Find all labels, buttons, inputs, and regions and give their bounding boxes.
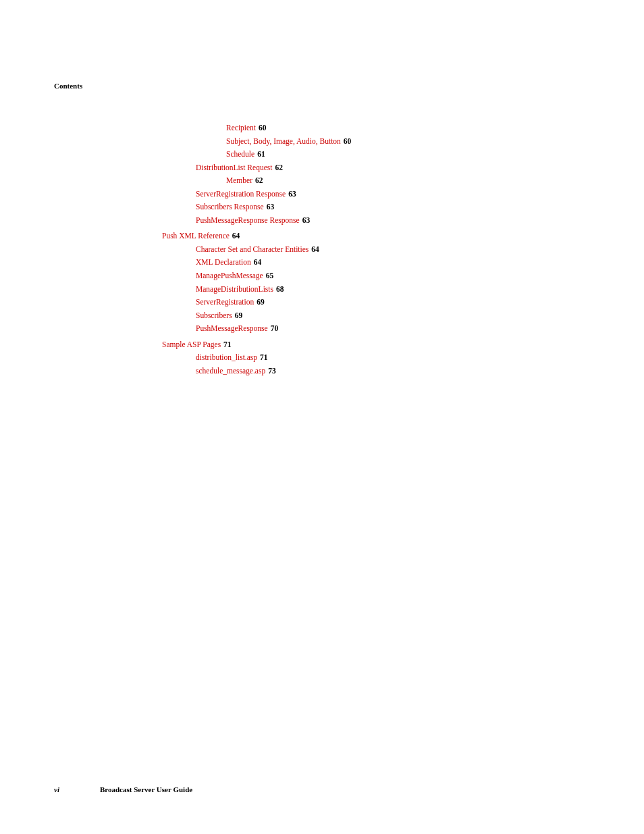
toc-entry: Schedule61 bbox=[226, 148, 594, 161]
toc-entry: XML Declaration64 bbox=[196, 256, 594, 269]
toc-page-num: 61 bbox=[257, 148, 265, 161]
contents-label: Contents bbox=[54, 82, 82, 90]
toc-page-num: 71 bbox=[223, 338, 232, 352]
toc-title[interactable]: Sample ASP Pages bbox=[162, 338, 221, 352]
toc-page-num: 60 bbox=[344, 135, 352, 149]
toc-page-num: 73 bbox=[268, 365, 276, 378]
toc-title[interactable]: ServerRegistration bbox=[196, 296, 254, 309]
toc-title[interactable]: Subject, Body, Image, Audio, Button bbox=[226, 135, 341, 149]
toc-title[interactable]: Member bbox=[226, 174, 252, 188]
toc-title[interactable]: schedule_message.asp bbox=[196, 365, 265, 378]
footer-title: Broadcast Server User Guide bbox=[100, 785, 192, 793]
toc-page-num: 68 bbox=[276, 283, 284, 296]
toc-title[interactable]: XML Declaration bbox=[196, 256, 251, 269]
page: Contents Recipient60Subject, Body, Image… bbox=[0, 0, 644, 834]
page-footer: vi Broadcast Server User Guide bbox=[54, 785, 590, 793]
toc-page-num: 64 bbox=[232, 230, 240, 243]
toc-title[interactable]: Character Set and Character Entities bbox=[196, 243, 308, 257]
toc-entry: Subject, Body, Image, Audio, Button60 bbox=[226, 135, 594, 149]
toc-title[interactable]: ServerRegistration Response bbox=[196, 188, 286, 201]
toc-entry: Sample ASP Pages71 bbox=[162, 338, 594, 352]
toc-title[interactable]: Schedule bbox=[226, 148, 254, 161]
toc-title[interactable]: DistributionList Request bbox=[196, 161, 272, 175]
toc-title[interactable]: ManageDistributionLists bbox=[196, 283, 273, 296]
toc-title[interactable]: Subscribers bbox=[196, 309, 232, 323]
toc-page-num: 64 bbox=[254, 256, 262, 269]
toc-entry: PushMessageResponse Response63 bbox=[196, 214, 594, 228]
toc-title[interactable]: Subscribers Response bbox=[196, 201, 264, 214]
toc-page-num: 62 bbox=[275, 161, 283, 175]
toc-page-num: 70 bbox=[271, 322, 279, 336]
toc-title[interactable]: ManagePushMessage bbox=[196, 269, 263, 283]
toc-entry: ManageDistributionLists68 bbox=[196, 283, 594, 296]
toc-entry: Subscribers69 bbox=[196, 309, 594, 323]
toc-entry: Push XML Reference64 bbox=[162, 230, 594, 243]
toc-page-num: 62 bbox=[255, 174, 263, 188]
toc-entry: Member62 bbox=[226, 174, 594, 188]
toc-entry: PushMessageResponse70 bbox=[196, 322, 594, 336]
toc-entry: schedule_message.asp73 bbox=[196, 365, 594, 378]
toc-title[interactable]: PushMessageResponse bbox=[196, 322, 268, 336]
toc-page-num: 71 bbox=[260, 351, 268, 365]
toc-page-num: 60 bbox=[259, 122, 267, 135]
toc-container: Recipient60Subject, Body, Image, Audio, … bbox=[54, 122, 594, 377]
toc-page-num: 69 bbox=[257, 296, 265, 309]
toc-entry: DistributionList Request62 bbox=[196, 161, 594, 175]
toc-title[interactable]: distribution_list.asp bbox=[196, 351, 257, 365]
toc-entry: ManagePushMessage65 bbox=[196, 269, 594, 283]
footer-page-num: vi bbox=[54, 785, 59, 793]
toc-entry: ServerRegistration69 bbox=[196, 296, 594, 309]
toc-entry: distribution_list.asp71 bbox=[196, 351, 594, 365]
toc-entry: Recipient60 bbox=[226, 122, 594, 135]
toc-entry: ServerRegistration Response63 bbox=[196, 188, 594, 201]
toc-entry: Character Set and Character Entities64 bbox=[196, 243, 594, 257]
toc-page-num: 65 bbox=[266, 269, 274, 283]
toc-page-num: 64 bbox=[311, 243, 319, 257]
page-header: Contents bbox=[54, 81, 82, 91]
toc-page-num: 63 bbox=[267, 201, 275, 214]
toc-title[interactable]: Recipient bbox=[226, 122, 256, 135]
toc-title[interactable]: PushMessageResponse Response bbox=[196, 214, 300, 228]
toc-page-num: 63 bbox=[288, 188, 296, 201]
toc-title[interactable]: Push XML Reference bbox=[162, 230, 230, 243]
toc-page-num: 63 bbox=[302, 214, 311, 228]
toc-entry: Subscribers Response63 bbox=[196, 201, 594, 214]
toc-page-num: 69 bbox=[235, 309, 243, 323]
